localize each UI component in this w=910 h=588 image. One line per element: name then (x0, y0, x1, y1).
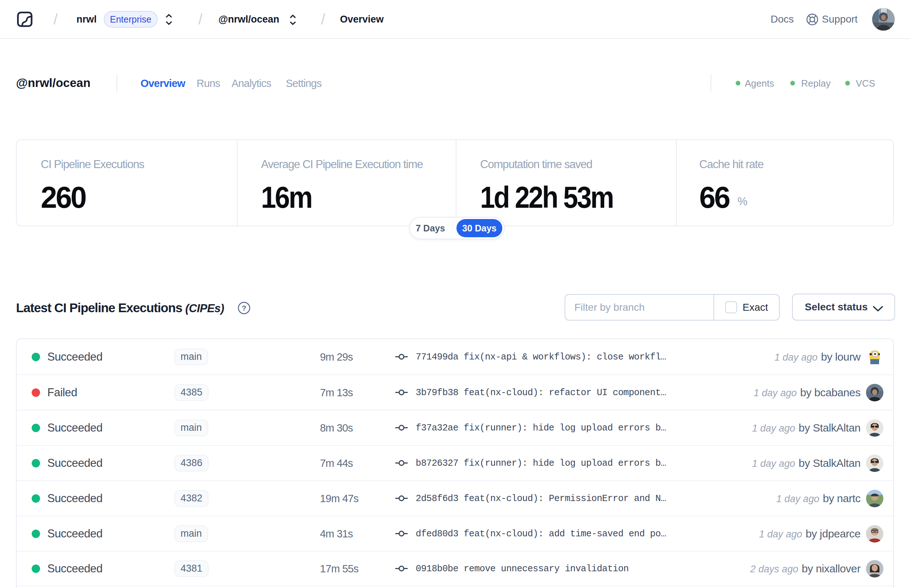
svg-text:?: ? (242, 304, 246, 312)
